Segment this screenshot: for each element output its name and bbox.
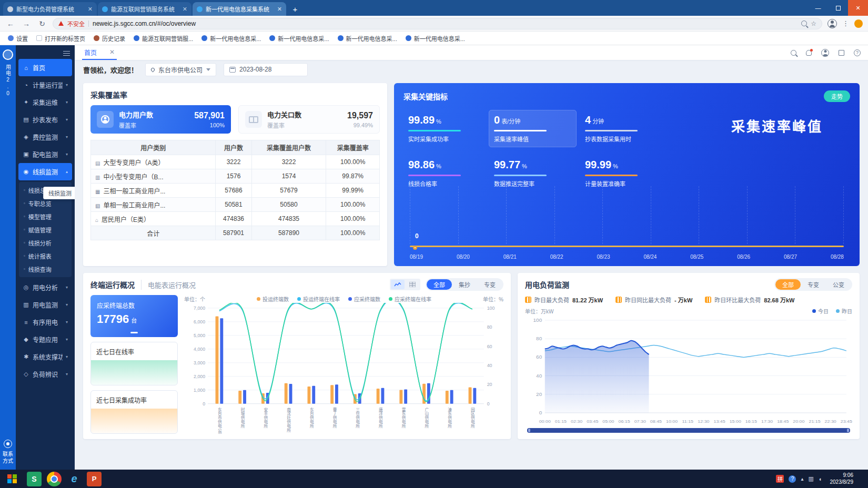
taskbar-clock[interactable]: 9:06 2023/8/29 <box>827 472 857 485</box>
data-zoom-slider[interactable] <box>527 428 850 433</box>
taskbar-app-s-icon[interactable]: S <box>27 472 42 486</box>
page-tab-home[interactable]: 首页 ✕ <box>82 45 117 60</box>
table-row[interactable]: ▧单相一般工商业用户...5058150580100.00% <box>91 198 380 212</box>
tab-close-icon[interactable]: ✕ <box>109 48 115 56</box>
zoom-icon[interactable] <box>801 21 807 26</box>
sidebar-item[interactable]: ▥用电监测▾ <box>18 296 72 313</box>
table-row[interactable]: 合计587901587890100.00% <box>91 226 380 240</box>
tab-close-icon[interactable]: ✕ <box>183 6 187 13</box>
close-button[interactable]: ✕ <box>848 0 868 16</box>
sidebar-item[interactable]: ≡有序用电▾ <box>18 313 72 331</box>
sidebar-item[interactable]: ◆专题应用▾ <box>18 331 72 348</box>
legend-item[interactable]: 今日 <box>812 307 829 315</box>
kpi-timeline[interactable]: 0 08/1908/2008/2108/2208/2308/2408/2508/… <box>403 227 850 261</box>
browser-update-icon[interactable] <box>854 19 863 28</box>
table-row[interactable]: ⌂居民用户（E类）474836474835100.00% <box>91 212 380 226</box>
tray-help-icon[interactable]: ? <box>789 475 796 483</box>
address-bar[interactable]: 不安全 neweic.js.sgcc.com.cn/#/oc/overview … <box>53 18 822 29</box>
new-tab-button[interactable]: + <box>289 3 301 15</box>
browser-profile-icon[interactable] <box>827 19 837 28</box>
load-filter-zhuanbian[interactable]: 专变 <box>801 279 826 290</box>
maximize-button[interactable] <box>828 0 848 16</box>
sidebar-item[interactable]: ◈费控监测▾ <box>18 128 72 146</box>
load-filter-all[interactable]: 全部 <box>775 279 801 290</box>
bookmark-item[interactable]: 打开新的标签页 <box>33 33 89 44</box>
url-text[interactable]: neweic.js.sgcc.com.cn/#/oc/overview <box>93 20 798 27</box>
sidebar-subitem[interactable]: ▫模型管理 <box>19 210 72 223</box>
browser-tab[interactable]: 新一代用电信息采集系统✕ <box>193 2 286 16</box>
start-button[interactable] <box>1 470 23 488</box>
meter-overview-tab[interactable]: 电能表运行概况 <box>141 280 196 290</box>
table-row[interactable]: ▥中小型专变用户（B...1576157499.87% <box>91 169 380 184</box>
fullscreen-icon[interactable] <box>839 50 844 56</box>
sidebar-subitem[interactable]: ▫赋值管理 <box>19 223 72 236</box>
legend-item[interactable]: 应采终端数 <box>348 295 380 303</box>
legend-item[interactable]: 投运终端数 <box>257 295 289 303</box>
notification-bell-icon[interactable] <box>806 50 812 56</box>
sidebar-item[interactable]: ◔计量运行监测▾ <box>18 76 72 94</box>
tray-expand-icon[interactable]: ▴ <box>801 476 803 482</box>
terminal-chart[interactable]: 01,0002,0003,0004,0005,0006,0007,0000204… <box>184 303 503 434</box>
filter-jichao[interactable]: 集抄 <box>452 279 477 290</box>
load-filter-gongbian[interactable]: 公变 <box>826 279 851 290</box>
sidebar-item[interactable]: ✱系统支撑功能▾ <box>18 348 72 365</box>
ime-icon[interactable]: 拼 <box>776 475 784 483</box>
online-rate-card[interactable]: 近七日在线率 <box>90 342 178 385</box>
tab-close-icon[interactable]: ✕ <box>277 6 282 13</box>
sidebar-subitem[interactable]: ▫线损查询 <box>19 262 72 276</box>
org-selector[interactable]: 东台市供电公司 <box>145 63 216 76</box>
success-rate-card[interactable]: 近七日采集成功率 <box>90 390 178 434</box>
table-view-button[interactable] <box>406 280 419 289</box>
filter-zhuanbian[interactable]: 专变 <box>477 279 502 290</box>
help-icon[interactable]: ? <box>854 49 861 56</box>
legend-item[interactable]: 应采终端在线率 <box>389 295 431 303</box>
taskbar-ie-icon[interactable]: e <box>67 472 82 486</box>
sidebar-item[interactable]: ⌂首页 <box>18 59 72 76</box>
bookmark-item[interactable]: 历史记录 <box>90 33 129 44</box>
chart-view-button[interactable] <box>391 280 405 289</box>
sidebar-item[interactable]: ◇负荷辨识▾ <box>18 365 72 383</box>
taskbar-chrome-icon[interactable] <box>47 472 62 486</box>
user-avatar-icon[interactable] <box>821 49 829 57</box>
star-bookmark-icon[interactable]: ☆ <box>811 20 816 27</box>
table-row[interactable]: ▦三相一般工商业用户...576865767999.99% <box>91 184 380 198</box>
bookmark-item[interactable]: 新一代用电信息采... <box>334 33 401 44</box>
sidebar-item[interactable]: ◎用电分析▾ <box>18 279 72 296</box>
power-users-card[interactable]: 电力用户数 覆盖率 587,901 100% <box>90 105 231 134</box>
bookmark-item[interactable]: 新一代用电信息采... <box>402 33 469 44</box>
power-gateways-card[interactable]: 电力关口数 覆盖率 19,597 99.49% <box>238 105 380 134</box>
contact-button[interactable]: 联系 方式 <box>2 440 14 464</box>
search-icon[interactable] <box>791 50 796 56</box>
trend-button[interactable]: 走势 <box>824 90 850 102</box>
forward-button[interactable]: → <box>21 19 32 28</box>
table-row[interactable]: ▤大型专变用户（A类）32223222100.00% <box>91 155 380 169</box>
back-button[interactable]: ← <box>5 19 16 28</box>
date-picker[interactable]: 2023-08-28 <box>224 63 308 76</box>
bookmark-item[interactable]: 能源互联网营销服... <box>130 33 197 44</box>
bookmark-item[interactable]: 新一代用电信息采... <box>266 33 332 44</box>
refresh-button[interactable]: ↻ <box>37 19 47 28</box>
sidebar-item[interactable]: ▣配电监测▾ <box>18 146 72 163</box>
browser-tab[interactable]: 新型电力负荷管理系统✕ <box>3 2 97 16</box>
taskbar-powerpoint-icon[interactable]: P <box>87 472 102 486</box>
load-chart[interactable]: 02040608010000:0001:1502:3003:4505:0006:… <box>525 315 852 426</box>
tray-network-icon[interactable]: ▥ <box>808 475 813 482</box>
browser-menu-icon[interactable]: ⋮ <box>842 19 849 27</box>
legend-item[interactable]: 昨日 <box>836 307 852 315</box>
tray-volume-icon[interactable]: ◖ <box>819 476 822 482</box>
bookmark-item[interactable]: 设置 <box>4 33 32 44</box>
sidebar-item[interactable]: ▤抄表发布▾ <box>18 111 72 128</box>
filter-all[interactable]: 全部 <box>427 279 452 290</box>
sidebar-subitem[interactable]: ▫线损分析 <box>19 236 72 249</box>
timeline-handle[interactable] <box>413 246 417 250</box>
tab-close-icon[interactable]: ✕ <box>88 6 93 13</box>
sidebar-subitem[interactable]: ▫统计报表 <box>19 249 72 262</box>
sidebar-collapse-icon[interactable] <box>63 49 70 57</box>
legend-item[interactable]: 投运终端在线率 <box>297 295 340 303</box>
terminal-title[interactable]: 终端运行概况 <box>90 279 135 290</box>
browser-tab[interactable]: 能源互联网营销服务系统✕ <box>98 2 191 16</box>
terminal-total-card[interactable]: 应采终端总数 17796台 <box>90 295 178 337</box>
sidebar-item[interactable]: ◉线损监测▴ <box>18 163 72 180</box>
minimize-button[interactable]: — <box>808 0 828 16</box>
bookmark-item[interactable]: 新一代用电信息采... <box>198 33 265 44</box>
